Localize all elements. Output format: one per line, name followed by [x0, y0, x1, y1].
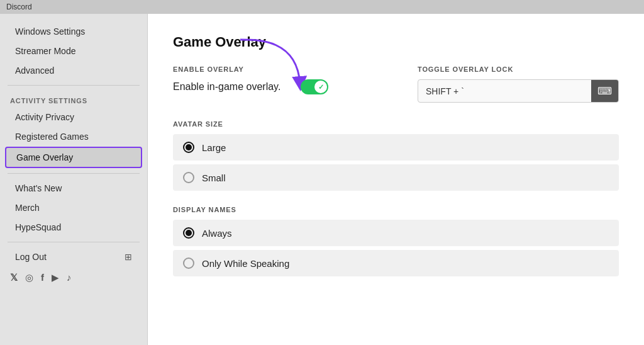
display-always-label: Always	[202, 228, 232, 239]
social-icons-row: 𝕏 ◎ f ▶ ♪	[0, 267, 147, 288]
avatar-large-label: Large	[202, 142, 226, 153]
sidebar-item-registered-games[interactable]: Registered Games	[5, 127, 142, 146]
sidebar-item-activity-privacy[interactable]: Activity Privacy	[5, 108, 142, 127]
divider-3	[8, 242, 140, 242]
overlay-toggle-row: Enable in-game overlay.	[173, 79, 380, 94]
twitter-icon[interactable]: 𝕏	[10, 272, 18, 283]
display-names-header: DISPLAY NAMES	[173, 206, 619, 213]
sidebar-item-hypesquad[interactable]: HypeSquad	[5, 218, 142, 237]
instagram-icon[interactable]: ◎	[25, 272, 33, 283]
app-container: Windows Settings Streamer Mode Advanced …	[0, 14, 644, 345]
page-title: Game Overlay	[173, 34, 619, 50]
avatar-small-label: Small	[202, 172, 226, 183]
enable-overlay-section: ENABLE OVERLAY Enable in-game overlay.	[173, 65, 380, 94]
display-always-radio[interactable]	[183, 227, 194, 239]
enable-overlay-toggle[interactable]: ✓	[301, 79, 328, 94]
keyboard-icon: ⌨	[597, 85, 612, 97]
title-bar: Discord	[0, 0, 644, 14]
enable-overlay-header: ENABLE OVERLAY	[173, 65, 380, 73]
avatar-size-header: AVATAR SIZE	[173, 120, 619, 128]
sidebar-item-windows-settings[interactable]: Windows Settings	[5, 22, 142, 41]
avatar-large-option[interactable]: Large	[173, 134, 619, 161]
keybind-input[interactable]: SHIFT + ` ⌨	[418, 79, 619, 103]
radio-dot	[186, 144, 192, 150]
enable-overlay-label: Enable in-game overlay.	[173, 81, 280, 93]
avatar-size-section: AVATAR SIZE Large Small	[173, 120, 619, 191]
keybind-button[interactable]: ⌨	[591, 80, 618, 102]
toggle-overlay-lock-section: TOGGLE OVERLAY LOCK SHIFT + ` ⌨	[418, 65, 619, 103]
divider-1	[8, 85, 140, 86]
logout-row[interactable]: Log Out ⊞	[5, 247, 142, 266]
logout-label: Log Out	[15, 252, 47, 262]
avatar-small-option[interactable]: Small	[173, 164, 619, 191]
toggle-knob: ✓	[314, 81, 327, 93]
sidebar-item-game-overlay[interactable]: Game Overlay	[5, 147, 142, 168]
avatar-large-radio[interactable]	[183, 142, 194, 153]
sidebar-item-whats-new[interactable]: What's New	[5, 179, 142, 198]
tiktok-icon[interactable]: ♪	[67, 272, 72, 283]
sidebar-item-merch[interactable]: Merch	[5, 198, 142, 217]
overlay-row: ENABLE OVERLAY Enable in-game overlay.	[173, 65, 619, 103]
youtube-icon[interactable]: ▶	[52, 272, 59, 283]
activity-settings-label: ACTIVITY SETTINGS	[0, 91, 147, 107]
keybind-value: SHIFT + `	[418, 81, 591, 101]
divider-2	[8, 173, 140, 174]
display-names-section: DISPLAY NAMES Always Only While Speaking	[173, 206, 619, 276]
radio-dot-2	[186, 230, 192, 236]
display-speaking-option[interactable]: Only While Speaking	[173, 250, 619, 276]
avatar-small-radio[interactable]	[183, 172, 194, 183]
toggle-overlay-lock-header: TOGGLE OVERLAY LOCK	[418, 65, 619, 73]
display-speaking-label: Only While Speaking	[202, 258, 289, 269]
sidebar: Windows Settings Streamer Mode Advanced …	[0, 14, 148, 345]
logout-icon: ⊞	[125, 252, 132, 262]
sidebar-item-advanced[interactable]: Advanced	[5, 61, 142, 80]
app-name: Discord	[6, 3, 32, 11]
main-content: Game Overlay ENABLE OVERLAY Enable in-ga…	[148, 14, 644, 345]
display-speaking-radio[interactable]	[183, 257, 194, 269]
display-always-option[interactable]: Always	[173, 220, 619, 246]
sidebar-item-streamer-mode[interactable]: Streamer Mode	[5, 42, 142, 60]
toggle-check-icon: ✓	[318, 83, 324, 91]
facebook-icon[interactable]: f	[41, 272, 44, 283]
